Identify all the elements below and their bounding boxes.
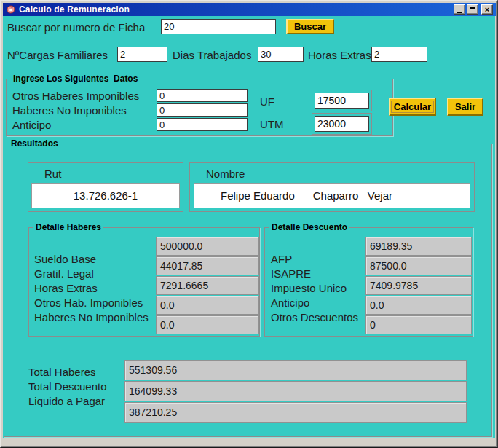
utm-label: UTM [260,118,284,130]
horas-label: Horas Extras [308,49,371,61]
totales-labels: Total Haberes Total Descuento Liquido a … [28,365,107,409]
title-bar: Calculo de Remuneracion × [3,3,496,16]
ingrese-group-title: Ingrese Los Siguientes Datos [11,74,140,84]
client-area: Buscar por numero de Ficha Buscar NºCarg… [3,16,495,438]
nombre-label: Nombre [206,168,245,180]
nombre-panel: Nombre Felipe Eduardo Chaparro Vejar [189,162,475,212]
detalle-descuento-groupbox: Detalle Descuento AFP ISAPRE Impuesto Un… [264,227,473,337]
buscar-button[interactable]: Buscar [286,19,334,34]
maximize-icon [470,7,475,12]
gratif-legal-label: Gratif. Legal [34,267,149,281]
detalle-haberes-values: 500000.0 44017.85 7291.6665 0.0 0.0 [156,237,259,334]
sueldo-base-label: Sueldo Base [34,252,149,267]
otros-descuentos-value: 0 [365,315,472,334]
detalle-haberes-groupbox: Detalle Haberes Sueldo Base Gratif. Lega… [28,227,260,337]
total-haberes-label: Total Haberes [28,365,107,380]
resultados-groupbox: Resultados Rut 13.726.626-1 Nombre Felip… [4,144,492,437]
salir-button-label: Salir [455,101,475,112]
maximize-button[interactable] [467,4,478,15]
detalle-haberes-title: Detalle Haberes [33,222,103,232]
cargas-label: NºCargas Familiares [7,49,108,61]
app-window: Calculo de Remuneracion × Buscar por num… [0,0,498,448]
rut-label: Rut [44,168,61,180]
horas-extras-result-label: Horas Extras [34,281,149,296]
anticipo-value: 0.0 [365,296,472,315]
liquido-a-pagar-value: 387210.25 [125,402,467,423]
detalle-descuento-labels: AFP ISAPRE Impuesto Unico Anticipo Otros… [271,252,358,325]
cargas-input[interactable] [117,47,167,62]
total-descuento-label: Total Descuento [28,380,107,394]
nombre-field[interactable]: Felipe Eduardo Chaparro Vejar [194,183,470,208]
impuesto-unico-value: 7409.9785 [365,276,472,295]
detalle-descuento-values: 69189.35 87500.0 7409.9785 0.0 0 [365,237,472,334]
salir-button[interactable]: Salir [447,98,483,116]
search-label: Buscar por numero de Ficha [7,21,145,34]
total-haberes-value: 551309.56 [125,360,467,380]
haberes-no-imponibles-label: Haberes No Imponibles [12,104,127,117]
detalle-descuento-title: Detalle Descuento [269,222,349,232]
app-icon [6,4,16,15]
close-icon: × [485,6,489,13]
haberes-no-imponibles-input[interactable] [157,103,248,117]
impuesto-unico-label: Impuesto Unico [271,281,358,296]
minimize-icon [457,12,462,13]
afp-label: AFP [271,252,358,267]
utm-field-frame [312,113,372,135]
otros-haberes-imponibles-input[interactable] [157,89,248,102]
dias-input[interactable] [258,47,304,62]
minimize-button[interactable] [454,4,465,15]
otros-hab-imponibles-label: Otros Hab. Imponibles [34,296,149,310]
rut-panel: Rut 13.726.626-1 [28,162,183,212]
haberes-no-imp-result-label: Haberes No Imponibles [34,310,149,325]
ingrese-groupbox: Ingrese Los Siguientes Datos Otros Haber… [6,79,393,136]
resultados-group-title: Resultados [9,138,60,149]
detalle-haberes-labels: Sueldo Base Gratif. Legal Horas Extras O… [34,252,149,325]
calcular-button[interactable]: Calcular [389,98,436,116]
horas-input[interactable] [371,47,427,62]
close-button[interactable]: × [481,4,493,15]
horas-extras-value: 7291.6665 [156,276,259,295]
anticipo-result-label: Anticipo [271,296,358,310]
utm-input[interactable] [315,116,369,132]
anticipo-label: Anticipo [12,119,51,131]
liquido-a-pagar-label: Liquido a Pagar [28,394,107,409]
afp-value: 69189.35 [365,237,472,256]
window-title: Calculo de Remuneracion [19,3,454,16]
otros-descuentos-label: Otros Descuentos [271,310,358,325]
anticipo-input[interactable] [157,118,248,131]
totales-values: 551309.56 164099.33 387210.25 [125,360,467,423]
isapre-value: 87500.0 [365,256,472,275]
sueldo-base-value: 500000.0 [156,237,259,256]
otros-haberes-imponibles-label: Otros Haberes Imponibles [12,90,139,102]
gratif-legal-value: 44017.85 [156,256,259,275]
buscar-button-label: Buscar [294,21,326,32]
uf-field-frame [312,90,372,111]
otros-hab-imponibles-value: 0.0 [156,296,259,315]
uf-label: UF [260,95,274,108]
isapre-label: ISAPRE [271,267,358,281]
uf-input[interactable] [315,93,369,109]
total-descuento-value: 164099.33 [125,381,467,401]
calcular-button-label: Calcular [391,101,434,113]
haberes-no-imponibles-value: 0.0 [156,315,259,334]
rut-field[interactable]: 13.726.626-1 [31,183,180,208]
dias-label: Dias Trabajados [173,49,251,61]
ficha-number-input[interactable] [161,19,276,34]
